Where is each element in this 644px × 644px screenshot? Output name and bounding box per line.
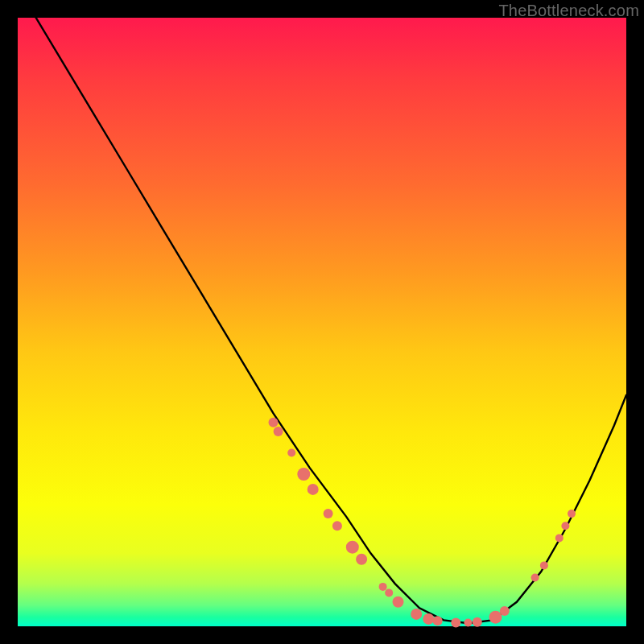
curve-marker	[540, 561, 548, 569]
curve-marker	[473, 617, 482, 627]
curve-marker	[297, 468, 310, 481]
curve-marker	[433, 616, 443, 625]
curve-marker	[356, 554, 367, 565]
curve-marker	[287, 449, 295, 457]
curve-marker	[324, 509, 333, 518]
chart-svg	[18, 18, 626, 626]
curve-markers	[269, 418, 576, 628]
curve-marker	[274, 427, 283, 436]
curve-marker	[531, 574, 539, 582]
curve-marker	[393, 597, 404, 608]
curve-marker	[308, 484, 319, 495]
curve-marker	[379, 583, 387, 591]
curve-marker	[269, 418, 279, 427]
curve-marker	[423, 613, 434, 625]
curve-marker	[332, 521, 342, 530]
curve-marker	[489, 611, 502, 624]
curve-marker	[411, 609, 422, 620]
curve-marker	[561, 522, 569, 530]
curve-marker	[555, 534, 564, 542]
curve-marker	[346, 541, 359, 554]
curve-marker	[451, 618, 460, 628]
curve-marker	[568, 510, 576, 518]
curve-marker	[385, 588, 393, 597]
curve-marker	[464, 619, 472, 627]
curve-marker	[500, 606, 510, 616]
bottleneck-curve	[18, 0, 626, 623]
